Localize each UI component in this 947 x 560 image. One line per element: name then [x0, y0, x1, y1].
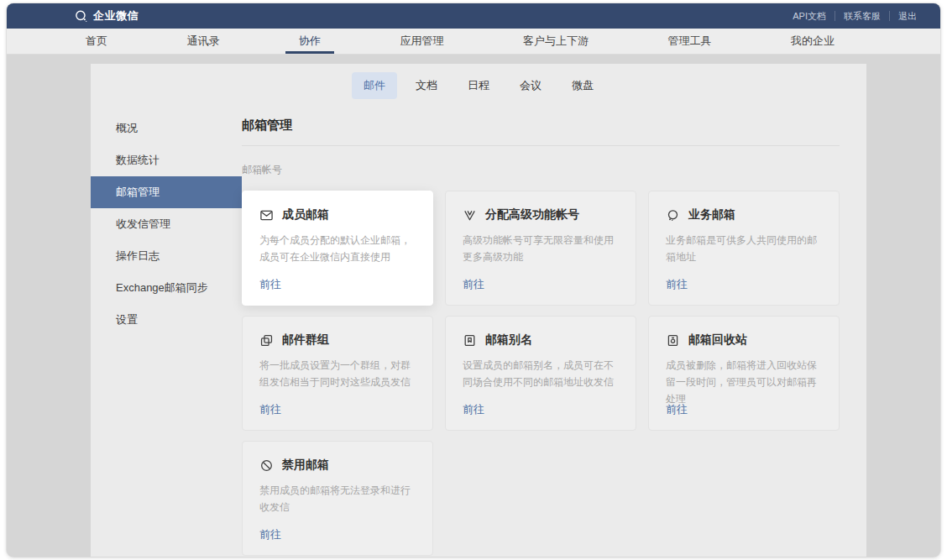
tab-docs[interactable]: 文档 [404, 72, 449, 99]
tab-label: 文档 [416, 79, 437, 92]
topbar-link-logout[interactable]: 退出 [889, 11, 925, 21]
nav-item-label: 应用管理 [400, 34, 444, 49]
sidebar-item-statistics[interactable]: 数据统计 [91, 144, 242, 176]
topbar-link-contact-support[interactable]: 联系客服 [835, 11, 889, 21]
nav-item-label: 客户与上下游 [523, 34, 589, 49]
title-divider [242, 145, 840, 146]
feature-cards: 成员邮箱 为每个成员分配的默认企业邮箱，成员可在企业微信内直接使用 前往 分配高… [242, 191, 840, 556]
card-description: 禁用成员的邮箱将无法登录和进行收发信 [259, 482, 416, 516]
card-go-link[interactable]: 前往 [666, 277, 688, 292]
topbar: 企业微信 API文档 联系客服 退出 [7, 3, 940, 29]
mail-icon [259, 208, 274, 222]
nav-item-my-company[interactable]: 我的企业 [784, 29, 841, 54]
sidebar-item-label: 设置 [116, 312, 138, 327]
tab-label: 日程 [468, 79, 489, 92]
nav-item-label: 协作 [299, 34, 321, 49]
sidebar-item-label: Exchange邮箱同步 [116, 280, 208, 296]
feature-card-member-mailbox[interactable]: 成员邮箱 为每个成员分配的默认企业邮箱，成员可在企业微信内直接使用 前往 [242, 191, 433, 306]
card-title: 邮箱回收站 [688, 332, 747, 348]
vip-badge-icon [463, 208, 477, 222]
card-header: 分配高级功能帐号 [463, 207, 619, 222]
brand-label: 企业微信 [93, 8, 139, 24]
card-header: 邮箱回收站 [666, 332, 822, 348]
card-go-link[interactable]: 前往 [463, 277, 484, 292]
nav-item-label: 管理工具 [668, 34, 712, 49]
card-go-link[interactable]: 前往 [463, 402, 484, 417]
sidebar-item-settings[interactable]: 设置 [91, 304, 242, 336]
main-content: 邮箱管理 邮箱帐号 成员邮箱 为每个成员分配的默认企业邮箱，成员可在企业微信内直… [242, 107, 840, 556]
card-header: 业务邮箱 [666, 207, 822, 222]
content-panel: 邮件 文档 日程 会议 微盘 [91, 64, 866, 557]
feature-card-mailbox-recycle-bin[interactable]: 邮箱回收站 成员被删除，邮箱将进入回收站保留一段时间，管理员可以对邮箱再处理 前… [648, 316, 840, 431]
nav-item-management-tools[interactable]: 管理工具 [662, 29, 719, 54]
card-title: 分配高级功能帐号 [485, 207, 579, 222]
feature-card-premium-feature-account[interactable]: 分配高级功能帐号 高级功能帐号可享无限容量和使用更多高级功能 前往 [445, 191, 636, 306]
card-description: 成员被删除，邮箱将进入回收站保留一段时间，管理员可以对邮箱再处理 [666, 357, 822, 407]
card-go-link[interactable]: 前往 [259, 277, 281, 292]
overlap-squares-icon [259, 333, 274, 348]
tab-meeting[interactable]: 会议 [508, 72, 553, 99]
tab-label: 会议 [520, 79, 542, 92]
app-window: 企业微信 API文档 联系客服 退出 首页 通讯录 协作 [7, 3, 940, 557]
primary-nav: 首页 通讯录 协作 应用管理 客户与上下游 管理工具 我的企业 [7, 29, 940, 55]
card-description: 将一批成员设置为一个群组，对群组发信相当于同时对这些成员发信 [259, 357, 416, 390]
bookmark-card-icon [463, 333, 477, 348]
sidebar-item-label: 操作日志 [116, 249, 160, 264]
wecom-logo-icon [74, 9, 88, 24]
service-bubble-icon [666, 208, 680, 222]
topbar-links: API文档 联系客服 退出 [784, 11, 925, 21]
tab-drive[interactable]: 微盘 [560, 72, 605, 99]
card-header: 成员邮箱 [259, 207, 416, 222]
card-title: 邮箱别名 [485, 332, 532, 348]
sidebar-item-mailbox-management[interactable]: 邮箱管理 [91, 176, 242, 208]
feature-card-mailbox-alias[interactable]: 邮箱别名 设置成员的邮箱别名，成员可在不同场合使用不同的邮箱地址收发信 前往 [445, 316, 636, 431]
card-description: 高级功能帐号可享无限容量和使用更多高级功能 [463, 232, 619, 265]
nav-item-customers-upstream-downstream[interactable]: 客户与上下游 [516, 29, 595, 54]
sidebar-item-exchange-sync[interactable]: Exchange邮箱同步 [91, 272, 242, 304]
recycle-bin-icon [666, 333, 680, 348]
card-go-link[interactable]: 前往 [259, 527, 281, 542]
tab-label: 微盘 [572, 79, 594, 92]
card-title: 邮件群组 [282, 332, 329, 348]
feature-card-mail-group[interactable]: 邮件群组 将一批成员设置为一个群组，对群组发信相当于同时对这些成员发信 前往 [242, 316, 433, 431]
sidebar-item-operation-log[interactable]: 操作日志 [91, 240, 242, 272]
nav-item-collaboration[interactable]: 协作 [292, 29, 327, 54]
sidebar-item-send-receive-management[interactable]: 收发信管理 [91, 208, 242, 240]
page-title: 邮箱管理 [242, 107, 840, 145]
brand-home-link[interactable]: 企业微信 [74, 8, 139, 24]
nav-item-label: 首页 [86, 34, 107, 49]
sidebar-item-label: 数据统计 [116, 153, 160, 168]
sidebar-item-label: 概况 [116, 121, 138, 136]
card-description: 设置成员的邮箱别名，成员可在不同场合使用不同的邮箱地址收发信 [463, 357, 619, 390]
topbar-link-api-docs[interactable]: API文档 [784, 11, 835, 21]
card-header: 禁用邮箱 [259, 458, 416, 473]
prohibit-icon [259, 458, 274, 473]
card-go-link[interactable]: 前往 [666, 402, 688, 417]
card-header: 邮箱别名 [463, 332, 619, 348]
tab-schedule[interactable]: 日程 [456, 72, 501, 99]
sidebar-item-label: 邮箱管理 [116, 185, 160, 200]
sidebar: 概况 数据统计 邮箱管理 收发信管理 操作日志 E [91, 113, 242, 336]
section-label: 邮箱帐号 [242, 163, 840, 177]
feature-card-disabled-mailbox[interactable]: 禁用邮箱 禁用成员的邮箱将无法登录和进行收发信 前往 [242, 441, 433, 556]
nav-item-contacts[interactable]: 通讯录 [181, 29, 227, 54]
card-go-link[interactable]: 前往 [259, 402, 281, 417]
card-title: 成员邮箱 [282, 207, 329, 222]
card-title: 禁用邮箱 [282, 458, 329, 473]
card-description: 为每个成员分配的默认企业邮箱，成员可在企业微信内直接使用 [259, 232, 416, 265]
card-description: 业务邮箱是可供多人共同使用的邮箱地址 [666, 232, 822, 265]
nav-item-label: 通讯录 [187, 34, 220, 49]
sidebar-item-label: 收发信管理 [116, 217, 170, 232]
tab-mail[interactable]: 邮件 [352, 72, 397, 99]
nav-item-app-management[interactable]: 应用管理 [394, 29, 451, 54]
sidebar-item-overview[interactable]: 概况 [91, 113, 242, 144]
nav-item-home[interactable]: 首页 [79, 29, 114, 54]
feature-card-business-mailbox[interactable]: 业务邮箱 业务邮箱是可供多人共同使用的邮箱地址 前往 [648, 191, 840, 306]
nav-item-label: 我的企业 [791, 34, 835, 49]
card-header: 邮件群组 [259, 332, 416, 348]
tab-label: 邮件 [364, 79, 385, 92]
module-tabs: 邮件 文档 日程 会议 微盘 [91, 64, 866, 107]
card-title: 业务邮箱 [688, 207, 735, 222]
